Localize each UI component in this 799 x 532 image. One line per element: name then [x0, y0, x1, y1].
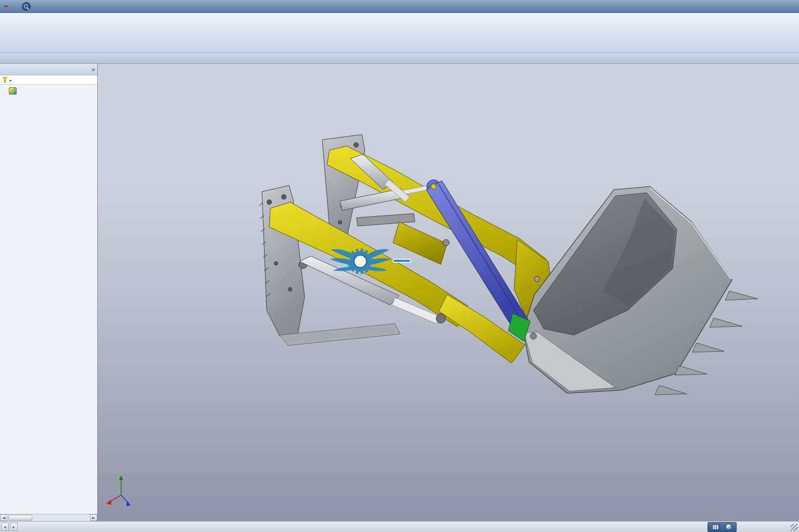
scroll-left-icon[interactable]: ◄: [0, 514, 7, 521]
ribbon: [0, 13, 799, 53]
model-canvas[interactable]: [98, 64, 799, 521]
scroll-right-icon[interactable]: ►: [90, 514, 97, 521]
keyboard-icon[interactable]: [712, 524, 719, 530]
resize-grip[interactable]: [791, 524, 798, 531]
tree-filter-row: [0, 75, 97, 85]
cross-beam[interactable]: [357, 214, 415, 226]
ribbon-buttons: [0, 13, 799, 52]
panel-horizontal-scrollbar[interactable]: ◄ ►: [0, 514, 97, 521]
assembly-icon: [9, 87, 17, 95]
language-options-icon[interactable]: [726, 524, 732, 530]
watermark: [329, 241, 411, 279]
search-icon[interactable]: [22, 2, 31, 11]
tree-root-item[interactable]: [2, 86, 97, 96]
graphics-viewport[interactable]: [98, 64, 799, 521]
origin-triad: [106, 475, 131, 506]
titlebar: [0, 0, 799, 13]
bucket[interactable]: [523, 187, 758, 395]
command-tab-row: [0, 53, 799, 64]
watermark-subtitle: [392, 259, 411, 263]
chevron-down-icon[interactable]: [9, 76, 11, 84]
filter-funnel-icon[interactable]: [2, 77, 8, 83]
model-tab-scroll-right-icon[interactable]: ▸: [10, 523, 18, 531]
panel-expand-chevron-icon[interactable]: [91, 66, 95, 73]
feature-tree: [0, 85, 97, 96]
panel-header: [0, 64, 97, 75]
feature-manager-panel: ◄ ►: [0, 64, 98, 521]
statusbar: ◂ ▸: [0, 521, 799, 532]
scrollbar-thumb[interactable]: [8, 515, 32, 521]
tree-expander[interactable]: [2, 88, 8, 94]
solidworks-logo-icon: [4, 6, 8, 7]
model-tab-scroll-left-icon[interactable]: ◂: [1, 523, 9, 531]
language-bar: [708, 522, 737, 532]
watermark-wings-gear-icon: [329, 241, 391, 279]
